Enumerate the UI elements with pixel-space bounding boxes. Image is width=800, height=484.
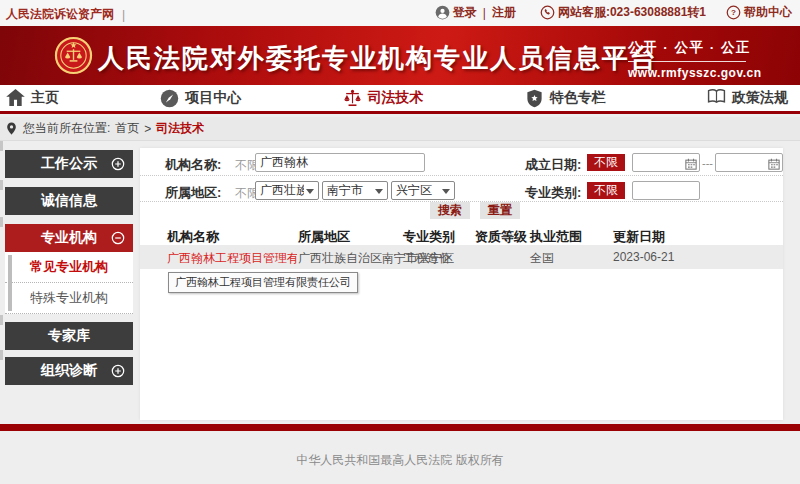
city-value: 南宁市 (327, 182, 363, 199)
col-scope: 执业范围 (530, 228, 582, 246)
site-url: www.rmfysszc.gov.cn (628, 66, 746, 80)
nav-home-label: 主页 (31, 89, 59, 107)
help-icon: ? (726, 5, 741, 20)
nav-judicial-tech[interactable]: 司法技术 (343, 89, 424, 108)
region-label: 所属地区: (165, 184, 221, 202)
sidebar-item-label: 诚信信息 (41, 192, 97, 210)
nav-judicial-tech-label: 司法技术 (368, 89, 424, 107)
sidebar-item-work-publicity[interactable]: 工作公示 (5, 150, 133, 178)
svg-text:?: ? (731, 8, 736, 17)
col-grade: 资质等级 (475, 228, 527, 246)
page: 人民法院诉讼资产网 | 登录 | 注册 网站客服:023-63088881转1 (0, 0, 800, 484)
nav-special-column-label: 特色专栏 (550, 89, 606, 107)
customer-service-text: 网站客服:023-63088881转1 (558, 4, 706, 21)
col-date: 更新日期 (613, 228, 665, 246)
project-icon (160, 89, 179, 108)
breadcrumb-current: 司法技术 (156, 120, 204, 137)
org-name-tooltip: 广西翰林工程项目管理有限责任公司 (168, 272, 358, 293)
district-value: 兴宁区 (396, 182, 432, 199)
nav-project-label: 项目中心 (185, 89, 241, 107)
site-banner: 人民法院对外委托专业机构专业人员信息平台 公开 · 公平 · 公正 www.rm… (0, 26, 800, 85)
nav-policy-label: 政策法规 (732, 89, 788, 107)
help-center-link[interactable]: 帮助中心 (744, 4, 792, 21)
reset-button[interactable]: 重置 (480, 202, 520, 219)
province-value: 广西壮族自治 (260, 182, 304, 199)
sidebar-item-label: 专业机构 (41, 229, 97, 247)
city-select[interactable]: 南宁市 (322, 181, 388, 200)
district-select[interactable]: 兴宁区 (391, 181, 455, 200)
calendar-icon[interactable] (768, 156, 780, 168)
org-name-label: 机构名称: (165, 156, 221, 174)
nav-policy[interactable]: 政策法规 (707, 89, 788, 108)
professional-orgs-submenu: 常见专业机构 特殊专业机构 (5, 252, 133, 314)
sidebar-notch (0, 180, 3, 190)
sidebar-subitem-common-orgs[interactable]: 常见专业机构 (5, 252, 133, 283)
cell-category: 工程造价 (403, 250, 451, 267)
top-utility-bar: 人民法院诉讼资产网 | 登录 | 注册 网站客服:023-63088881转1 (0, 0, 800, 26)
org-name-input[interactable] (255, 153, 425, 172)
province-select[interactable]: 广西壮族自治 (255, 181, 319, 200)
sidebar-item-label: 工作公示 (41, 155, 97, 173)
book-icon (707, 89, 726, 108)
collapse-minus-icon (111, 231, 125, 245)
badge-icon (525, 89, 544, 108)
court-emblem-icon (54, 36, 93, 75)
footer-copyright: 中华人民共和国最高人民法院 版权所有 (0, 452, 800, 469)
founded-date-label: 成立日期: (525, 156, 581, 174)
sidebar-notch (0, 217, 3, 227)
topbar-separator: | (122, 8, 125, 22)
founded-unlimited-button[interactable]: 不限 (587, 154, 625, 171)
col-category: 专业类别 (403, 228, 455, 246)
breadcrumb-separator: > (144, 122, 151, 136)
slogan-divider (628, 61, 746, 62)
org-name-link[interactable]: 广西翰林工程项目管理有限责任... (167, 250, 297, 267)
nav-special-column[interactable]: 特色专栏 (525, 89, 606, 108)
expand-plus-icon (111, 157, 125, 171)
category-input[interactable] (632, 181, 700, 200)
sidebar-notch (0, 350, 3, 360)
phone-icon (540, 5, 555, 20)
expand-plus-icon (111, 364, 125, 378)
site-slogan: 公开 · 公平 · 公正 (628, 39, 746, 57)
breadcrumb-prefix: 您当前所在位置: (23, 120, 110, 137)
cell-scope: 全国 (530, 250, 554, 267)
sidebar-item-expert-pool[interactable]: 专家库 (5, 322, 133, 350)
scales-icon (343, 89, 362, 108)
calendar-icon[interactable] (685, 156, 697, 168)
col-org-name: 机构名称 (167, 228, 219, 246)
cell-date: 2023-06-21 (613, 250, 674, 264)
login-register-divider: | (483, 6, 486, 20)
sidebar-item-label: 组织诊断 (41, 362, 97, 380)
search-button[interactable]: 搜索 (430, 202, 470, 219)
col-region: 所属地区 (298, 228, 350, 246)
date-range-separator: --- (702, 157, 713, 169)
sidebar-notch (0, 315, 3, 325)
breadcrumb-home[interactable]: 首页 (115, 120, 139, 137)
nav-project-center[interactable]: 项目中心 (160, 89, 241, 108)
register-link[interactable]: 注册 (492, 4, 516, 21)
category-unlimited-button[interactable]: 不限 (587, 182, 625, 199)
breadcrumb: 您当前所在位置: 首页 > 司法技术 (0, 117, 800, 141)
sister-site-link[interactable]: 人民法院诉讼资产网 (6, 6, 114, 23)
sidebar-item-integrity-info[interactable]: 诚信信息 (5, 187, 133, 215)
nav-home[interactable]: 主页 (6, 89, 59, 108)
sidebar-notch (0, 141, 3, 151)
footer-red-bar (0, 424, 800, 431)
home-icon (6, 89, 25, 108)
sidebar-item-org-diagnosis[interactable]: 组织诊断 (5, 357, 133, 385)
content-panel: 机构名称: 不限 成立日期: 不限 --- 所属地区: 不限 广西壮族自治 南宁… (140, 148, 783, 420)
sidebar-subitem-special-orgs[interactable]: 特殊专业机构 (5, 283, 133, 314)
user-icon (435, 5, 450, 20)
main-nav: 主页 项目中心 司法技术 特色专栏 政策法规 (0, 85, 800, 114)
sidebar-item-label: 专家库 (48, 327, 90, 345)
site-title: 人民法院对外委托专业机构专业人员信息平台 (98, 41, 658, 76)
category-label: 专业类别: (525, 184, 581, 202)
table-row: 广西翰林工程项目管理有限责任... 广西壮族自治区南宁市兴宁区 工程造价 全国 … (140, 245, 783, 269)
sidebar-item-professional-orgs[interactable]: 专业机构 (5, 224, 133, 252)
location-pin-icon (5, 122, 18, 135)
login-link[interactable]: 登录 (453, 4, 477, 21)
